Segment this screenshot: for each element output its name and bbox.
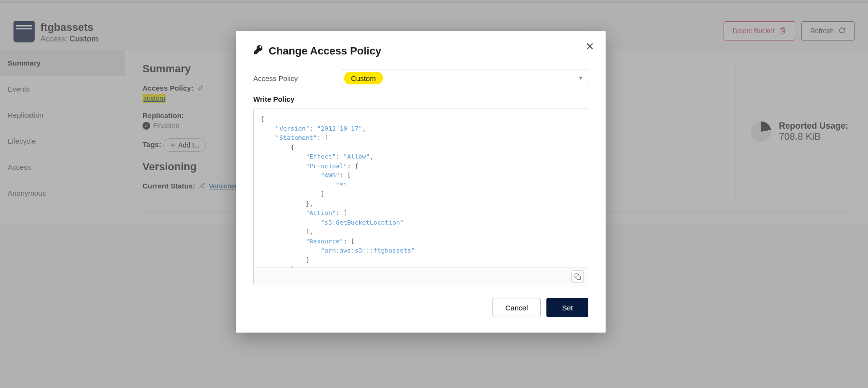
cancel-button[interactable]: Cancel [492, 298, 541, 317]
set-button[interactable]: Set [546, 298, 588, 317]
svg-rect-0 [577, 276, 581, 280]
change-access-policy-modal: ✕ Change Access Policy Access Policy Cus… [236, 31, 606, 333]
key-icon [253, 44, 264, 57]
copy-button[interactable] [571, 270, 584, 283]
policy-editor[interactable]: { "Version": "2012-10-17", "Statement": … [254, 108, 588, 268]
write-policy-label: Write Policy [253, 95, 588, 103]
close-icon[interactable]: ✕ [585, 40, 594, 53]
access-policy-field-label: Access Policy [253, 74, 330, 82]
chevron-down-icon: ▾ [579, 75, 582, 81]
modal-title: Change Access Policy [269, 45, 381, 57]
access-policy-select[interactable]: Custom ▾ [342, 69, 588, 87]
